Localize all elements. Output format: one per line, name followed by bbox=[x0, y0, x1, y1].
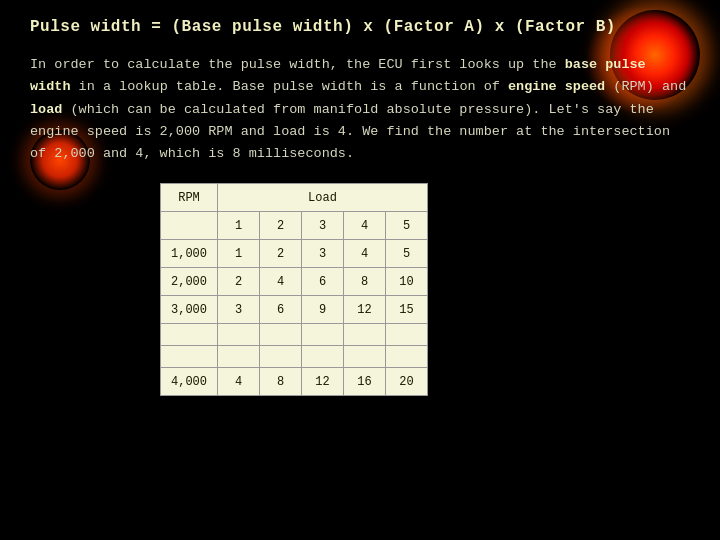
rpm-value bbox=[161, 346, 218, 368]
rpm-value: 1,000 bbox=[161, 240, 218, 268]
bold-load: load bbox=[30, 102, 62, 117]
cell-value bbox=[218, 346, 260, 368]
load-col-3: 3 bbox=[302, 212, 344, 240]
table-row: 3,0003691215 bbox=[161, 296, 428, 324]
table-row bbox=[161, 346, 428, 368]
cell-value: 2 bbox=[260, 240, 302, 268]
cell-value: 16 bbox=[344, 368, 386, 396]
cell-value: 2 bbox=[218, 268, 260, 296]
cell-value bbox=[260, 324, 302, 346]
cell-value bbox=[260, 346, 302, 368]
cell-value: 9 bbox=[302, 296, 344, 324]
lookup-table-wrapper: RPM Load 1 2 3 4 5 1,000123452,000246810… bbox=[160, 183, 690, 396]
cell-value: 8 bbox=[260, 368, 302, 396]
cell-value: 4 bbox=[260, 268, 302, 296]
lookup-table: RPM Load 1 2 3 4 5 1,000123452,000246810… bbox=[160, 183, 428, 396]
load-col-2: 2 bbox=[260, 212, 302, 240]
load-col-4: 4 bbox=[344, 212, 386, 240]
rpm-header-cell: RPM bbox=[161, 184, 218, 212]
rpm-value: 3,000 bbox=[161, 296, 218, 324]
cell-value: 12 bbox=[344, 296, 386, 324]
table-row bbox=[161, 324, 428, 346]
cell-value: 3 bbox=[302, 240, 344, 268]
cell-value: 10 bbox=[386, 268, 428, 296]
description-paragraph: In order to calculate the pulse width, t… bbox=[30, 54, 690, 165]
cell-value bbox=[302, 346, 344, 368]
cell-value: 8 bbox=[344, 268, 386, 296]
rpm-value bbox=[161, 324, 218, 346]
cell-value bbox=[344, 346, 386, 368]
bold-engine-speed: engine speed bbox=[508, 79, 605, 94]
cell-value: 3 bbox=[218, 296, 260, 324]
cell-value: 5 bbox=[386, 240, 428, 268]
rpm-value: 4,000 bbox=[161, 368, 218, 396]
cell-value bbox=[386, 324, 428, 346]
load-header-cell: Load bbox=[218, 184, 428, 212]
main-content: Pulse width = (Base pulse width) x (Fact… bbox=[0, 0, 720, 406]
cell-value: 4 bbox=[344, 240, 386, 268]
cell-value: 20 bbox=[386, 368, 428, 396]
cell-value: 6 bbox=[302, 268, 344, 296]
load-sub-header-row: 1 2 3 4 5 bbox=[161, 212, 428, 240]
rpm-sub-header bbox=[161, 212, 218, 240]
table-row: 1,00012345 bbox=[161, 240, 428, 268]
cell-value: 4 bbox=[218, 368, 260, 396]
cell-value bbox=[218, 324, 260, 346]
table-row: 4,00048121620 bbox=[161, 368, 428, 396]
load-col-1: 1 bbox=[218, 212, 260, 240]
cell-value bbox=[344, 324, 386, 346]
table-body: 1,000123452,0002468103,00036912154,00048… bbox=[161, 240, 428, 396]
cell-value bbox=[386, 346, 428, 368]
cell-value: 1 bbox=[218, 240, 260, 268]
load-col-5: 5 bbox=[386, 212, 428, 240]
table-row: 2,000246810 bbox=[161, 268, 428, 296]
formula-text: Pulse width = (Base pulse width) x (Fact… bbox=[30, 18, 690, 36]
cell-value bbox=[302, 324, 344, 346]
cell-value: 6 bbox=[260, 296, 302, 324]
rpm-value: 2,000 bbox=[161, 268, 218, 296]
cell-value: 15 bbox=[386, 296, 428, 324]
cell-value: 12 bbox=[302, 368, 344, 396]
